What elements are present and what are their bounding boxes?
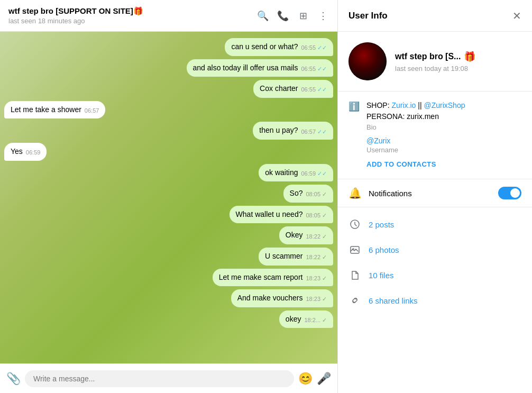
links-label: 6 shared links (369, 296, 418, 305)
attach-icon[interactable]: 📎 (6, 372, 21, 386)
phone-icon[interactable]: 📞 (277, 10, 289, 22)
table-row: then u pay? 06:57 ✓✓ (4, 122, 333, 140)
layout-icon[interactable]: ⊞ (297, 10, 309, 22)
message-meta: 18:22 ✓ (306, 233, 327, 241)
notifications-toggle[interactable] (498, 187, 521, 199)
info-icon: ℹ️ (348, 101, 359, 112)
files-label: 10 files (369, 271, 394, 280)
message-bubble: Cox charter 06:55 ✓✓ (253, 80, 333, 98)
table-row: And make vouchers 18:23 ✓ (4, 289, 333, 307)
more-icon[interactable]: ⋮ (317, 10, 329, 22)
chat-messages: can u send or what? 06:55 ✓✓ and also to… (0, 32, 337, 363)
links-row[interactable]: 6 shared links (338, 288, 532, 313)
bio-link-zurix[interactable]: Zurix.io (391, 101, 416, 109)
message-bubble: then u pay? 06:57 ✓✓ (253, 122, 333, 140)
chat-panel: wtf step bro [SUPPORT ON SITE]🎁 last see… (0, 0, 337, 393)
table-row: U scammer 18:22 ✓ (4, 248, 333, 266)
message-text: Cox charter (260, 84, 298, 94)
posts-icon (348, 218, 361, 231)
profile-info: wtf step bro [S... 🎁 last seen today at … (395, 51, 521, 72)
message-meta: 18:22 ✓ (306, 253, 327, 261)
table-row: Cox charter 06:55 ✓✓ (4, 80, 333, 98)
message-meta: 08:05 ✓ (306, 212, 327, 220)
table-row: okey 18:2... ✓ (4, 310, 333, 328)
profile-status: last seen today at 19:08 (395, 65, 521, 72)
close-icon[interactable]: ✕ (512, 10, 521, 22)
message-text: can u send or what? (231, 42, 298, 52)
user-info-panel: User Info ✕ wtf step bro [S... 🎁 last se… (337, 0, 532, 393)
message-text: And make vouchers (237, 293, 303, 304)
bio-link-zurixshop[interactable]: @ZurixShop (424, 101, 465, 109)
message-bubble: So? 08:05 ✓ (283, 185, 333, 203)
bio-row: ℹ️ SHOP: Zurix.io || @ZurixShop PERSONA:… (348, 100, 521, 168)
message-bubble: Okey 18:22 ✓ (279, 226, 333, 244)
profile-name: wtf step bro [S... 🎁 (395, 51, 521, 62)
photos-icon (348, 243, 361, 256)
chat-subtitle: last seen 18 minutes ago (8, 17, 257, 25)
message-text: Let me take a shower (11, 105, 81, 115)
chat-input-bar: 📎 😊 🎤 (0, 363, 337, 393)
posts-label: 2 posts (369, 220, 394, 229)
table-row: Okey 18:22 ✓ (4, 226, 333, 244)
message-bubble: can u send or what? 06:55 ✓✓ (225, 38, 333, 56)
photos-label: 6 photos (369, 245, 399, 254)
message-text: So? (290, 188, 303, 199)
table-row: can u send or what? 06:55 ✓✓ (4, 38, 333, 56)
message-meta: 18:23 ✓ (306, 295, 327, 303)
photos-row[interactable]: 6 photos (338, 237, 532, 262)
info-profile: wtf step bro [S... 🎁 last seen today at … (338, 32, 532, 92)
table-row: ok waiting 06:59 ✓✓ (4, 164, 333, 182)
message-bubble: okey 18:2... ✓ (279, 310, 333, 328)
bio-text-line2: PERSONA: zurix.men (366, 111, 521, 122)
emoji-icon[interactable]: 😊 (298, 372, 313, 386)
message-meta: 06:55 ✓✓ (301, 44, 327, 52)
message-meta: 06:57 (85, 107, 99, 115)
message-bubble: Let me take a shower 06:57 (4, 101, 105, 119)
posts-row[interactable]: 2 posts (338, 212, 532, 237)
table-row: Yes 06:59 (4, 143, 333, 161)
message-meta: 06:59 ✓✓ (301, 170, 327, 178)
message-text: Yes (11, 147, 23, 157)
message-text: Let me make scam report (219, 272, 303, 283)
message-meta: 08:05 ✓ (306, 190, 327, 198)
files-icon (348, 269, 361, 281)
profile-emoji: 🎁 (464, 51, 475, 62)
message-text: U scammer (265, 251, 303, 262)
chat-header-info: wtf step bro [SUPPORT ON SITE]🎁 last see… (8, 6, 257, 25)
info-bio: ℹ️ SHOP: Zurix.io || @ZurixShop PERSONA:… (338, 92, 532, 179)
message-text: ok waiting (265, 168, 298, 178)
chat-header-icons: 🔍 📞 ⊞ ⋮ (257, 10, 329, 22)
notifications-label: Notifications (369, 189, 491, 198)
bio-content: SHOP: Zurix.io || @ZurixShop PERSONA: zu… (366, 100, 521, 168)
message-bubble: and also today ill offer usa mails 06:55… (187, 59, 334, 77)
message-text: okey (286, 314, 301, 325)
message-text: then u pay? (259, 125, 298, 136)
mic-icon[interactable]: 🎤 (317, 372, 331, 386)
message-meta: 18:23 ✓ (306, 275, 327, 282)
bio-text-line1: SHOP: Zurix.io || @ZurixShop (366, 100, 521, 111)
username-value[interactable]: @Zurix (366, 136, 521, 145)
message-meta: 06:57 ✓✓ (301, 128, 327, 136)
message-bubble: U scammer 18:22 ✓ (259, 248, 333, 266)
table-row: Let me take a shower 06:57 (4, 101, 333, 119)
message-meta: 06:59 (26, 149, 41, 157)
message-input[interactable] (25, 370, 294, 387)
info-header: User Info ✕ (338, 0, 532, 32)
bio-label: Bio (366, 123, 521, 131)
add-to-contacts-button[interactable]: ADD TO CONTACTS (366, 160, 521, 168)
avatar (348, 42, 387, 80)
username-label: Username (366, 146, 521, 154)
message-meta: 06:55 ✓✓ (301, 86, 327, 94)
message-bubble: And make vouchers 18:23 ✓ (231, 289, 333, 307)
notifications-row: 🔔 Notifications (338, 179, 532, 207)
message-text: Okey (286, 230, 303, 241)
chat-title: wtf step bro [SUPPORT ON SITE]🎁 (8, 6, 257, 16)
table-row: So? 08:05 ✓ (4, 185, 333, 203)
info-panel-title: User Info (348, 11, 388, 21)
avatar-image (348, 42, 387, 80)
message-bubble: What wallet u need? 08:05 ✓ (230, 206, 333, 224)
search-icon[interactable]: 🔍 (257, 10, 269, 22)
files-row[interactable]: 10 files (338, 262, 532, 288)
message-bubble: ok waiting 06:59 ✓✓ (259, 164, 333, 182)
message-bubble: Let me make scam report 18:23 ✓ (213, 269, 333, 287)
